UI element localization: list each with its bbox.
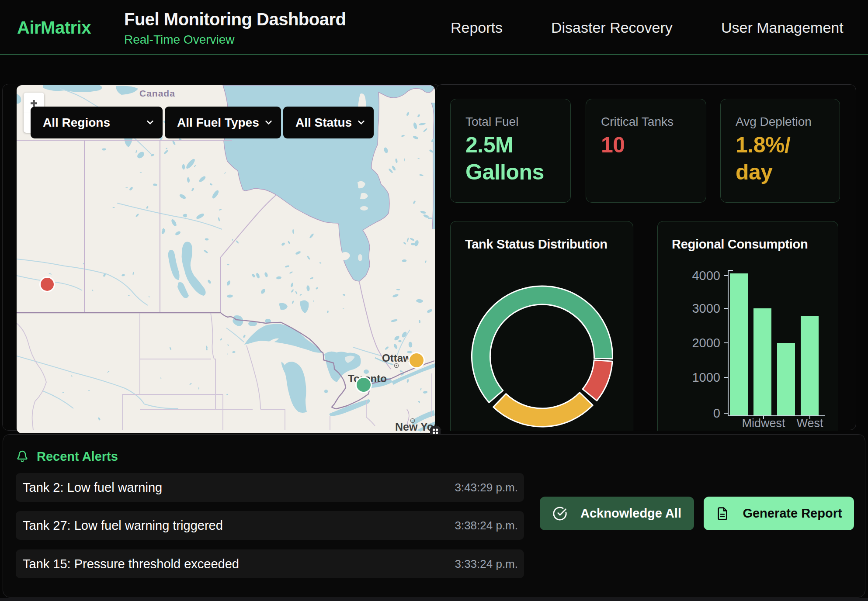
svg-text:1000: 1000	[692, 370, 720, 384]
svg-text:0: 0	[713, 406, 720, 420]
svg-text:West: West	[796, 417, 823, 430]
svg-text:3000: 3000	[692, 301, 720, 315]
svg-text:4000: 4000	[692, 269, 720, 283]
svg-text:2000: 2000	[692, 336, 720, 350]
svg-text:Midwest: Midwest	[742, 417, 785, 430]
